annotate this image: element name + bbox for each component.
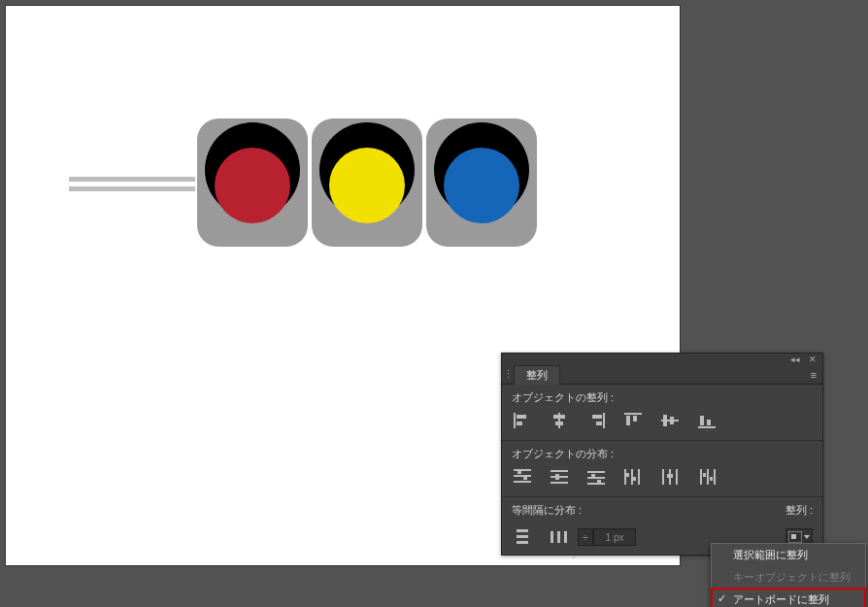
svg-rect-51: [564, 531, 567, 543]
traffic-pole: [69, 177, 195, 194]
svg-rect-10: [626, 416, 630, 425]
svg-rect-22: [523, 477, 527, 480]
svg-rect-46: [517, 529, 528, 532]
align-hcenter-icon[interactable]: [549, 411, 570, 430]
svg-rect-33: [631, 469, 633, 485]
close-panel-icon[interactable]: ✕: [807, 355, 818, 363]
align-bottom-icon[interactable]: [696, 411, 718, 430]
svg-rect-6: [603, 413, 605, 428]
svg-rect-39: [676, 469, 678, 485]
dist-spacing-v-icon[interactable]: [512, 527, 533, 547]
section-spacing: 等間隔に分布 : 整列 :: [502, 497, 822, 523]
svg-rect-23: [551, 470, 568, 472]
svg-rect-5: [555, 422, 563, 425]
svg-rect-13: [663, 415, 667, 426]
menu-align-to-artboard[interactable]: アートボードに整列: [712, 589, 865, 607]
svg-rect-32: [624, 469, 626, 485]
menu-align-to-selection[interactable]: 選択範囲に整列: [712, 544, 865, 566]
panel-tabs: ⋮ 整列 ≡: [502, 365, 822, 385]
svg-rect-1: [517, 415, 526, 419]
svg-rect-9: [624, 413, 642, 415]
svg-rect-14: [670, 417, 674, 424]
align-vcenter-icon[interactable]: [659, 411, 681, 430]
dist-bottom-icon[interactable]: [585, 467, 607, 487]
svg-rect-43: [714, 469, 716, 485]
section-distribute: オブジェクトの分布 :: [502, 441, 822, 496]
svg-rect-19: [514, 475, 531, 477]
svg-rect-35: [626, 473, 629, 477]
svg-rect-2: [517, 422, 522, 425]
traffic-lamp-blue[interactable]: [426, 118, 537, 247]
svg-rect-29: [587, 483, 605, 485]
svg-rect-21: [517, 471, 521, 474]
spacing-preset-icon[interactable]: ÷: [578, 528, 593, 546]
tab-align[interactable]: 整列: [514, 365, 560, 385]
menu-align-to-key-object: キーオブジェクトに整列: [712, 566, 865, 589]
align-to-label: 整列 :: [785, 503, 813, 518]
svg-rect-34: [638, 469, 640, 485]
align-panel: ◂◂ ✕ ⋮ 整列 ≡ オブジェクトの整列 :: [501, 353, 823, 556]
svg-rect-27: [587, 471, 605, 473]
panel-topbar: ◂◂ ✕: [502, 354, 822, 365]
svg-rect-40: [667, 474, 673, 478]
svg-rect-37: [662, 469, 664, 485]
section-distribute-title: オブジェクトの分布 :: [512, 447, 813, 461]
svg-rect-4: [553, 415, 565, 419]
svg-rect-25: [551, 482, 568, 484]
svg-rect-26: [555, 474, 559, 480]
dist-left-icon[interactable]: [622, 467, 644, 487]
svg-rect-0: [514, 413, 516, 428]
svg-rect-15: [698, 426, 716, 428]
panel-menu-icon[interactable]: ≡: [805, 365, 822, 385]
section-align: オブジェクトの整列 :: [502, 385, 822, 440]
traffic-light-illustration[interactable]: [69, 118, 545, 245]
spacing-value-input: [593, 528, 636, 546]
dist-vcenter-icon[interactable]: [549, 467, 570, 487]
svg-rect-45: [710, 477, 713, 481]
svg-rect-30: [591, 474, 595, 477]
traffic-lamp-yellow[interactable]: [312, 118, 422, 247]
dist-hcenter-icon[interactable]: [659, 467, 681, 487]
distribute-icon-row: [512, 467, 813, 494]
svg-rect-49: [551, 531, 553, 543]
svg-rect-48: [517, 541, 528, 544]
align-to-menu: 選択範囲に整列 キーオブジェクトに整列 アートボードに整列: [711, 543, 866, 607]
panel-grip-icon[interactable]: ⋮: [502, 365, 514, 385]
svg-rect-31: [597, 480, 601, 483]
align-right-icon[interactable]: [585, 411, 607, 430]
svg-rect-18: [514, 469, 531, 471]
collapse-panel-icon[interactable]: ◂◂: [789, 355, 801, 363]
align-left-icon[interactable]: [512, 411, 533, 430]
svg-rect-47: [517, 535, 528, 538]
svg-rect-36: [633, 477, 636, 481]
dist-right-icon[interactable]: [696, 467, 718, 487]
svg-rect-8: [596, 422, 602, 425]
svg-rect-17: [707, 420, 711, 425]
svg-rect-50: [557, 531, 560, 543]
svg-rect-7: [592, 415, 602, 419]
svg-rect-16: [700, 416, 704, 425]
section-align-title: オブジェクトの整列 :: [512, 390, 813, 405]
svg-rect-28: [587, 477, 605, 479]
svg-rect-44: [703, 473, 706, 477]
chevron-down-icon: [804, 531, 810, 543]
spacing-input-group: ÷: [578, 528, 636, 546]
svg-rect-11: [633, 416, 637, 422]
section-spacing-title: 等間隔に分布 :: [512, 503, 582, 518]
align-icon-row: [512, 411, 813, 438]
svg-rect-53: [791, 534, 796, 539]
dist-spacing-h-icon[interactable]: [549, 527, 570, 547]
svg-rect-41: [700, 469, 702, 485]
svg-rect-42: [707, 469, 709, 485]
svg-rect-20: [514, 481, 531, 483]
traffic-lamp-red[interactable]: [197, 118, 308, 247]
align-top-icon[interactable]: [622, 411, 644, 430]
dist-top-icon[interactable]: [512, 467, 533, 487]
